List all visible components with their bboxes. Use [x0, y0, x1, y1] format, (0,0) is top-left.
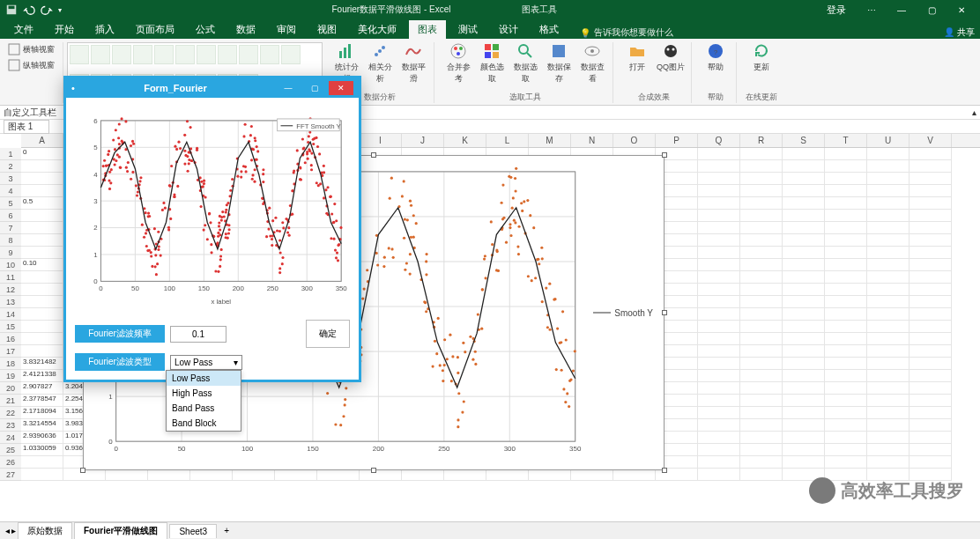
cell[interactable]: [740, 395, 783, 407]
cell[interactable]: [740, 444, 783, 456]
cell[interactable]: [783, 407, 825, 419]
btn-help[interactable]: ?帮助: [701, 42, 731, 73]
btn-merge-ref[interactable]: 合并参考: [443, 42, 473, 85]
cell[interactable]: 0: [21, 148, 63, 160]
cell[interactable]: [825, 173, 867, 185]
col-hdr[interactable]: N: [571, 134, 613, 147]
resize-handle[interactable]: [662, 310, 667, 315]
tab-file[interactable]: 文件: [5, 20, 42, 39]
cell[interactable]: [21, 234, 63, 247]
collapse-ribbon-icon[interactable]: ▴: [972, 107, 976, 117]
tab-layout[interactable]: 页面布局: [127, 20, 183, 39]
btn-update[interactable]: 更新: [746, 42, 776, 73]
cell[interactable]: [909, 419, 952, 432]
dropdown-option-bandpass[interactable]: Band Pass: [167, 401, 241, 416]
cell[interactable]: [867, 271, 909, 284]
cell[interactable]: [909, 444, 952, 456]
cell[interactable]: [909, 358, 952, 370]
btn-data-view[interactable]: 数据查看: [577, 42, 607, 85]
row-hdr[interactable]: 1: [0, 148, 21, 160]
row-hdr[interactable]: 14: [0, 308, 21, 321]
cell[interactable]: [21, 247, 63, 259]
cell[interactable]: [867, 444, 909, 456]
cell[interactable]: 0.10: [21, 259, 63, 271]
cell[interactable]: [740, 197, 783, 210]
cell[interactable]: [825, 395, 867, 407]
cell[interactable]: [909, 271, 952, 284]
tab-review[interactable]: 审阅: [268, 20, 305, 39]
cell[interactable]: [21, 271, 63, 284]
ribbon-opts-icon[interactable]: ⋯: [858, 2, 885, 18]
cell[interactable]: [740, 284, 783, 296]
cell[interactable]: 0.5: [21, 197, 63, 210]
cell[interactable]: [909, 382, 952, 395]
cell[interactable]: [21, 284, 63, 296]
cell[interactable]: [867, 370, 909, 382]
cell[interactable]: [825, 185, 867, 197]
col-hdr[interactable]: J: [402, 134, 444, 147]
col-hdr[interactable]: M: [529, 134, 571, 147]
cell[interactable]: [783, 358, 825, 370]
cell[interactable]: [867, 407, 909, 419]
cell[interactable]: [740, 308, 783, 321]
cell[interactable]: [825, 358, 867, 370]
col-hdr[interactable]: O: [613, 134, 656, 147]
cell[interactable]: [825, 308, 867, 321]
cell[interactable]: [698, 148, 740, 160]
cell[interactable]: [867, 160, 909, 173]
cell[interactable]: [740, 234, 783, 247]
cell[interactable]: [740, 321, 783, 333]
cell[interactable]: [698, 382, 740, 395]
cell[interactable]: [825, 259, 867, 271]
cell[interactable]: [825, 321, 867, 333]
cell[interactable]: [909, 321, 952, 333]
row-hdr[interactable]: 5: [0, 197, 21, 210]
row-hdr[interactable]: 7: [0, 222, 21, 234]
cell[interactable]: [21, 185, 63, 197]
cell[interactable]: 2.1718094: [21, 407, 63, 419]
tab-formula[interactable]: 公式: [187, 20, 224, 39]
row-hdr[interactable]: 21: [0, 395, 21, 407]
btn-data-pick[interactable]: 数据选取: [510, 42, 540, 85]
cell[interactable]: [698, 222, 740, 234]
cell[interactable]: [825, 333, 867, 345]
cell[interactable]: [21, 333, 63, 345]
cell[interactable]: [740, 210, 783, 222]
tab-view[interactable]: 视图: [308, 20, 345, 39]
cell[interactable]: [698, 456, 740, 469]
sheet-tab-1[interactable]: Fourier平滑做线图: [74, 522, 167, 539]
cell[interactable]: 2.3778547: [21, 395, 63, 407]
cell[interactable]: [783, 173, 825, 185]
cell[interactable]: [698, 210, 740, 222]
cell[interactable]: [740, 370, 783, 382]
col-hdr[interactable]: T: [825, 134, 867, 147]
cell[interactable]: [783, 222, 825, 234]
cell[interactable]: [825, 247, 867, 259]
cell[interactable]: [698, 259, 740, 271]
col-hdr[interactable]: I: [360, 134, 402, 147]
cell[interactable]: [740, 345, 783, 358]
save-icon[interactable]: [5, 4, 18, 16]
tab-design[interactable]: 设计: [490, 20, 527, 39]
tab-chart[interactable]: 图表: [409, 20, 446, 39]
btn-open[interactable]: 打开: [622, 42, 652, 73]
cell[interactable]: [740, 173, 783, 185]
cell[interactable]: [21, 456, 63, 469]
cell[interactable]: [698, 173, 740, 185]
cell[interactable]: [867, 210, 909, 222]
cell[interactable]: [21, 296, 63, 308]
dropdown-option-highpass[interactable]: High Pass: [167, 386, 241, 401]
cell[interactable]: [740, 148, 783, 160]
cell[interactable]: [825, 296, 867, 308]
col-hdr[interactable]: S: [783, 134, 825, 147]
row-hdr[interactable]: 27: [0, 469, 21, 481]
cell[interactable]: [783, 185, 825, 197]
cell[interactable]: [21, 222, 63, 234]
cell[interactable]: [783, 321, 825, 333]
cell[interactable]: [740, 358, 783, 370]
cell[interactable]: [698, 308, 740, 321]
col-hdr[interactable]: P: [656, 134, 698, 147]
type-select[interactable]: Low Pass ▾: [170, 355, 242, 370]
cell[interactable]: [698, 444, 740, 456]
row-hdr[interactable]: 25: [0, 444, 21, 456]
